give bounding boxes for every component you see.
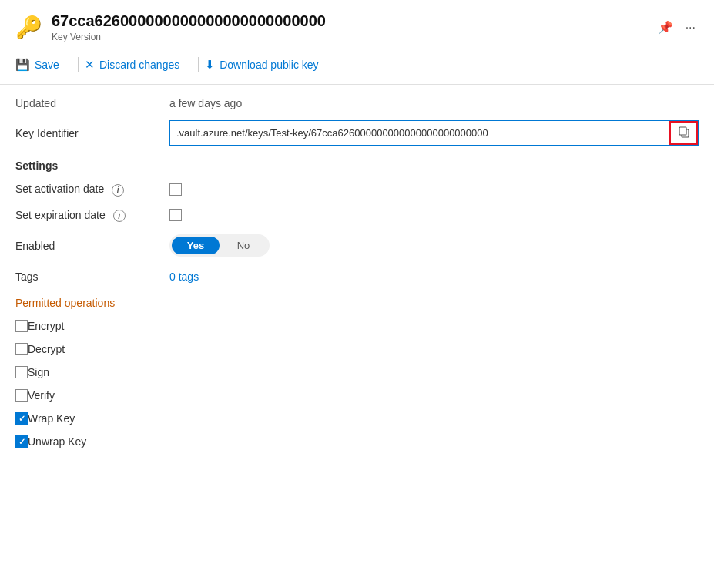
copy-button[interactable] [669, 121, 698, 145]
key-identifier-row: Key Identifier [15, 120, 699, 146]
verify-checkbox[interactable] [15, 389, 28, 402]
activation-date-label: Set activation date i [15, 183, 169, 197]
list-item: ✓ Unwrap Key [15, 435, 699, 448]
toggle-yes[interactable]: Yes [172, 237, 220, 254]
checkmark-icon: ✓ [18, 414, 25, 424]
toolbar: 💾 Save ✕ Discard changes ⬇ Download publ… [0, 49, 714, 85]
enabled-row: Enabled Yes No [15, 234, 699, 257]
save-icon: 💾 [15, 58, 30, 72]
expiration-date-checkbox[interactable] [169, 209, 182, 221]
activation-date-checkbox[interactable] [169, 183, 182, 196]
download-icon: ⬇ [205, 58, 215, 72]
list-item: Encrypt [15, 320, 699, 332]
content-area: Updated a few days ago Key Identifier Se… [0, 85, 714, 471]
toggle-no[interactable]: No [220, 237, 267, 254]
key-identifier-field [169, 120, 699, 146]
header-text: 67cca626000000000000000000000000 Key Ver… [52, 12, 326, 42]
discard-icon: ✕ [85, 58, 95, 72]
list-item: Verify [15, 389, 699, 402]
tags-label: Tags [15, 270, 169, 283]
expiration-date-row: Set expiration date i [15, 209, 699, 223]
verify-label: Verify [28, 389, 55, 402]
discard-button[interactable]: ✕ Discard changes [85, 53, 189, 76]
toolbar-separator-1 [78, 57, 79, 72]
unwrap-key-label: Unwrap Key [28, 435, 86, 448]
list-item: Decrypt [15, 343, 699, 355]
download-button[interactable]: ⬇ Download public key [205, 53, 327, 76]
list-item: ✓ Wrap Key [15, 412, 699, 425]
expiration-date-label: Set expiration date i [15, 209, 169, 223]
unwrap-key-checkbox[interactable]: ✓ [15, 435, 28, 448]
svg-rect-1 [679, 127, 686, 135]
sign-checkbox[interactable] [15, 366, 28, 378]
more-options-button[interactable]: ··· [682, 18, 699, 38]
key-version-label: Key Version [52, 32, 326, 42]
download-label: Download public key [220, 59, 318, 71]
decrypt-checkbox[interactable] [15, 343, 28, 355]
encrypt-label: Encrypt [28, 320, 64, 332]
decrypt-label: Decrypt [28, 343, 65, 355]
tags-link[interactable]: 0 tags [169, 270, 199, 283]
wrap-key-checkbox[interactable]: ✓ [15, 412, 28, 425]
permitted-operations-section: Permitted operations Encrypt Decrypt Sig… [15, 297, 699, 448]
page-header: 🔑 67cca626000000000000000000000000 Key V… [0, 0, 714, 49]
wrap-key-label: Wrap Key [28, 412, 75, 425]
expiration-info-icon[interactable]: i [113, 210, 126, 222]
list-item: Sign [15, 366, 699, 378]
header-actions: 📌 ··· [655, 17, 699, 38]
updated-value: a few days ago [169, 97, 242, 109]
enabled-toggle[interactable]: Yes No [169, 234, 270, 257]
copy-icon [678, 126, 690, 138]
key-identifier-input[interactable] [170, 123, 669, 143]
enabled-label: Enabled [15, 240, 169, 252]
settings-section: Settings Set activation date i Set expir… [15, 160, 699, 283]
toolbar-separator-2 [198, 57, 199, 72]
key-icon: 🔑 [15, 15, 42, 40]
updated-row: Updated a few days ago [15, 97, 699, 109]
permitted-operations-title: Permitted operations [15, 297, 699, 309]
save-label: Save [35, 59, 59, 71]
updated-label: Updated [15, 97, 169, 109]
sign-label: Sign [28, 366, 49, 378]
key-id: 67cca626000000000000000000000000 [52, 12, 326, 30]
tags-row: Tags 0 tags [15, 270, 699, 283]
activation-info-icon[interactable]: i [112, 184, 124, 197]
save-button[interactable]: 💾 Save [15, 53, 69, 76]
pin-button[interactable]: 📌 [655, 17, 676, 38]
discard-label: Discard changes [99, 59, 179, 71]
checkmark-icon: ✓ [18, 437, 25, 447]
encrypt-checkbox[interactable] [15, 320, 28, 332]
settings-title: Settings [15, 160, 699, 172]
key-identifier-label: Key Identifier [15, 127, 169, 139]
activation-date-row: Set activation date i [15, 183, 699, 197]
